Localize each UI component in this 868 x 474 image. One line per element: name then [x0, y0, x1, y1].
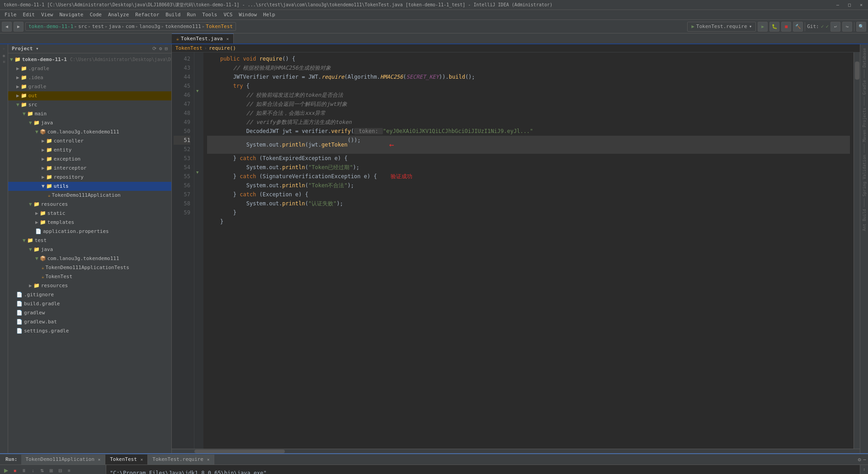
breadcrumb-com[interactable]: com: [126, 24, 135, 29]
breadcrumb-src[interactable]: src: [78, 24, 87, 29]
stop-button[interactable]: ■: [781, 22, 791, 32]
tree-idea[interactable]: ▶ 📁 .idea: [8, 73, 171, 82]
tree-utils[interactable]: ▼ 📁 utils: [8, 182, 171, 191]
tree-templates[interactable]: ▶ 📁 templates: [8, 218, 171, 227]
tree-repository[interactable]: ▶ 📁 repository: [8, 173, 171, 182]
breadcrumb-test[interactable]: test: [92, 24, 104, 29]
breadcrumb-root[interactable]: token-demo-11-1: [28, 24, 73, 29]
run-sort-button[interactable]: ⇅: [38, 466, 46, 474]
bottom-minimize-icon[interactable]: −: [863, 456, 866, 463]
bottom-tab-tokentest[interactable]: TokenTest ✕: [105, 455, 148, 465]
run-collapse-button[interactable]: ⊟: [56, 466, 64, 474]
run-config-name[interactable]: TokenTest.require: [696, 24, 747, 29]
search-button[interactable]: 🔍: [856, 22, 866, 32]
editor-hscrollbar[interactable]: [172, 449, 860, 453]
run-stop-button[interactable]: ■: [11, 466, 19, 474]
tree-gradle[interactable]: ▶ 📁 .gradle: [8, 64, 171, 73]
menu-refactor[interactable]: Refactor: [132, 11, 162, 19]
tab-tokentest-close[interactable]: ✕: [141, 457, 143, 462]
activity-favorites[interactable]: ☆: [2, 46, 6, 51]
tree-build-gradle[interactable]: 📄 build.gradle: [8, 299, 171, 308]
forward-button[interactable]: ▶: [14, 22, 24, 32]
run-expand-button[interactable]: ⊞: [47, 466, 55, 474]
build-button[interactable]: 🔨: [793, 22, 803, 32]
sidebar-gear-icon[interactable]: ⚙: [159, 46, 162, 52]
tab-app-close[interactable]: ✕: [98, 457, 100, 462]
sidebar-sync-icon[interactable]: ⟳: [152, 46, 156, 52]
run-step-button[interactable]: ↓: [29, 466, 37, 474]
menu-tools[interactable]: Tools: [199, 11, 220, 19]
output-area[interactable]: "C:\Program Files\Java\jdk1.8.0_65\bin\j…: [106, 465, 860, 474]
tree-resources-main[interactable]: ▼ 📁 resources: [8, 200, 171, 209]
tree-out[interactable]: ▶ 📁 out: [8, 91, 171, 100]
run-config-dropdown[interactable]: ▾: [749, 24, 752, 29]
bottom-tab-require[interactable]: TokenTest.require ✕: [148, 455, 214, 465]
breadcrumb-tokendemo111[interactable]: tokendemo111: [165, 24, 201, 29]
run-pause-button[interactable]: ⏸: [20, 466, 28, 474]
tree-main[interactable]: ▼ 📁 main: [8, 109, 171, 118]
tree-settings-gradle[interactable]: 📄 settings.gradle: [8, 327, 171, 336]
close-button[interactable]: ✕: [858, 2, 864, 8]
activity-web[interactable]: ◉: [2, 53, 6, 58]
tree-tokentest-file[interactable]: ☕ TokenTest: [8, 272, 171, 281]
menu-edit[interactable]: Edit: [20, 11, 38, 19]
tree-gradle2[interactable]: ▶ 📁 gradle: [8, 82, 171, 91]
menu-build[interactable]: Build: [163, 11, 183, 19]
tree-exception[interactable]: ▶ 📁 exception: [8, 155, 171, 164]
breadcrumb-lanou3g[interactable]: lanou3g: [139, 24, 160, 29]
tree-interceptor[interactable]: ▶ 📁 interceptor: [8, 164, 171, 173]
menu-vcs[interactable]: VCS: [221, 11, 235, 19]
breadcrumb-tokentest-class[interactable]: TokenTest: [175, 45, 203, 51]
editor-scrollbar[interactable]: [854, 52, 860, 449]
bottom-tab-app[interactable]: TokenDemo111Application ✕: [21, 455, 106, 465]
tree-tokendemo-app[interactable]: ☕ TokenDemo111Application: [8, 191, 171, 200]
tab-tokentest[interactable]: ☕ TokenTest.java ✕: [172, 33, 234, 43]
tree-java[interactable]: ▼ 📁 java: [8, 118, 171, 128]
git-check2[interactable]: ✓: [826, 24, 829, 29]
menu-help[interactable]: Help: [260, 11, 278, 19]
right-panel-spring[interactable]: Spring Validation: [862, 155, 867, 196]
run-filter-button[interactable]: ≡: [65, 466, 73, 474]
git-check1[interactable]: ✓: [821, 24, 824, 29]
tree-root[interactable]: ▼ 📁 token-demo-11-1 C:\Users\Administrat…: [8, 55, 171, 64]
redo-button[interactable]: ↪: [842, 22, 852, 32]
activity-structure[interactable]: ≡: [2, 61, 6, 63]
menu-analyze[interactable]: Analyze: [105, 11, 132, 19]
menu-code[interactable]: Code: [87, 11, 104, 19]
tree-com-pkg-test[interactable]: ▼ 📦 com.lanou3g.tokendemo111: [8, 254, 171, 263]
right-panel-db[interactable]: Database: [862, 48, 867, 67]
tree-app-props[interactable]: 📄 application.properties: [8, 227, 171, 236]
minimize-button[interactable]: —: [835, 2, 841, 8]
back-button[interactable]: ◀: [2, 22, 12, 32]
tab-require-close[interactable]: ✕: [207, 457, 209, 462]
tree-gitignore[interactable]: 📄 .gitignore: [8, 290, 171, 299]
right-panel-gradle[interactable]: Gradle: [862, 80, 867, 95]
bottom-settings-icon[interactable]: ⚙: [858, 456, 861, 463]
sidebar-collapse-icon[interactable]: ⊟: [165, 46, 168, 52]
tree-static[interactable]: ▶ 📁 static: [8, 209, 171, 218]
menu-file[interactable]: File: [2, 11, 19, 19]
menu-run[interactable]: Run: [184, 11, 198, 19]
tree-java-test[interactable]: ▼ 📁 java: [8, 245, 171, 254]
run-button[interactable]: ▶: [758, 22, 768, 32]
tree-src[interactable]: ▼ 📁 src: [8, 100, 171, 109]
tree-gradlew-bat[interactable]: 📄 gradlew.bat: [8, 318, 171, 327]
tree-controller[interactable]: ▶ 📁 controller: [8, 137, 171, 146]
tab-close-button[interactable]: ✕: [226, 37, 229, 41]
breadcrumb-tokentest[interactable]: TokenTest: [206, 24, 233, 29]
tree-com-pkg[interactable]: ▼ 📦 com.lanou3g.tokendemo111: [8, 128, 171, 137]
breadcrumb-require-method[interactable]: require(): [209, 45, 236, 51]
menu-navigate[interactable]: Navigate: [57, 11, 86, 19]
output-scroll-icon[interactable]: ↕: [863, 467, 865, 472]
menu-view[interactable]: View: [38, 11, 56, 19]
run-restart-button[interactable]: ▶: [2, 466, 10, 474]
menu-window[interactable]: Window: [236, 11, 259, 19]
code-content[interactable]: public void require() { // 根据校验规则HMAC256…: [203, 52, 854, 449]
tree-gradlew[interactable]: 📄 gradlew: [8, 308, 171, 318]
maximize-button[interactable]: □: [846, 2, 853, 8]
debug-button[interactable]: 🐛: [769, 22, 779, 32]
tree-test[interactable]: ▼ 📁 test: [8, 236, 171, 245]
breadcrumb-java[interactable]: java: [109, 24, 121, 29]
undo-button[interactable]: ↩: [830, 22, 840, 32]
code-editor[interactable]: TokenTest › require() 42 43 44 45 46 47 …: [172, 44, 860, 453]
